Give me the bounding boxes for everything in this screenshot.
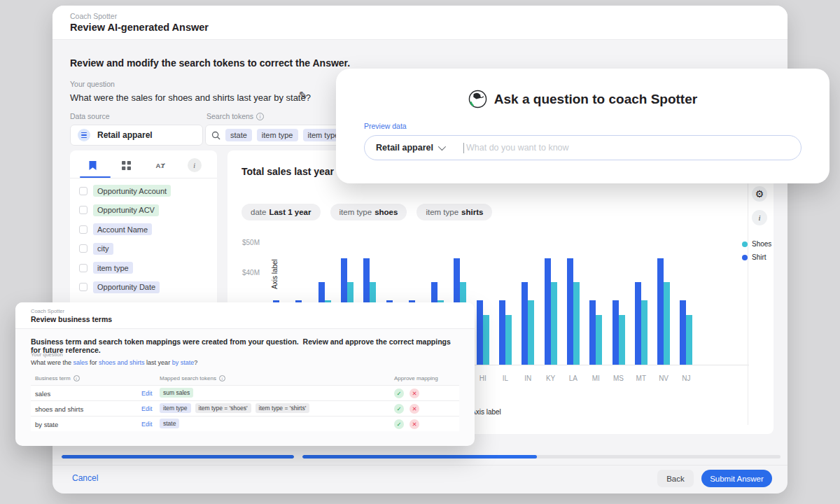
mapped-token-chip[interactable]: item type = 'shoes' bbox=[195, 403, 251, 413]
x-tick-label: MI bbox=[592, 374, 600, 382]
chart-info-button[interactable]: i bbox=[752, 210, 767, 225]
column-chip[interactable]: city bbox=[93, 243, 113, 255]
reject-mapping-button[interactable]: ✕ bbox=[410, 388, 419, 398]
chevron-down-icon bbox=[438, 143, 446, 150]
column-chip[interactable]: Opportunity ACV bbox=[93, 204, 159, 216]
bar-shoes[interactable] bbox=[619, 315, 625, 365]
bar-shoes[interactable] bbox=[528, 300, 534, 365]
approve-mapping-button[interactable]: ✓ bbox=[394, 419, 404, 429]
bar-shirt[interactable] bbox=[680, 300, 686, 365]
column-checkbox[interactable] bbox=[79, 206, 88, 214]
column-checkbox[interactable] bbox=[79, 283, 88, 291]
column-chip[interactable]: Account Name bbox=[93, 223, 152, 235]
bar-shoes[interactable] bbox=[551, 282, 557, 365]
mapped-token-chip[interactable]: item type = 'shirts' bbox=[255, 403, 310, 413]
column-checkbox[interactable] bbox=[79, 244, 88, 253]
bar-shoes[interactable] bbox=[664, 282, 670, 365]
reject-mapping-button[interactable]: ✕ bbox=[410, 404, 419, 414]
tab-bookmarked-columns[interactable] bbox=[80, 157, 104, 174]
progress-fill bbox=[302, 455, 537, 458]
bar-shoes[interactable] bbox=[573, 282, 580, 365]
grid-icon bbox=[122, 161, 131, 170]
your-question-label: Your question bbox=[70, 80, 115, 88]
back-button[interactable]: Back bbox=[657, 470, 694, 487]
mapped-token-chip[interactable]: state bbox=[160, 419, 179, 428]
x-tick-label: IN bbox=[524, 374, 531, 382]
column-checkbox[interactable] bbox=[79, 225, 88, 234]
column-list: Opportunity AccountOpportunity ACVAccoun… bbox=[70, 181, 217, 316]
x-tick-label: NV bbox=[659, 374, 668, 382]
submit-answer-button[interactable]: Submit Answer bbox=[701, 470, 772, 487]
edit-link[interactable]: Edit bbox=[141, 405, 153, 412]
info-icon[interactable]: i bbox=[74, 375, 80, 382]
col-header-business-term: Business termi bbox=[35, 375, 80, 382]
info-icon[interactable]: i bbox=[219, 375, 225, 382]
bar-shirt[interactable] bbox=[567, 258, 573, 365]
window-title: Review AI-generated Answer bbox=[70, 22, 209, 33]
x-tick-label: LA bbox=[569, 374, 578, 382]
business-term-cell: by state bbox=[35, 421, 58, 428]
column-list-item: Opportunity ACV bbox=[70, 201, 217, 220]
search-token[interactable]: item type bbox=[257, 129, 298, 141]
bar-shirt[interactable] bbox=[477, 300, 483, 365]
mapped-tokens-cell: sum sales bbox=[160, 388, 193, 398]
desktop-background: Coach Spotter Review AI-generated Answer… bbox=[0, 0, 840, 504]
bar-shirt[interactable] bbox=[522, 282, 528, 365]
column-checkbox[interactable] bbox=[79, 264, 88, 272]
filter-pill[interactable]: dateLast 1 year bbox=[241, 204, 321, 220]
bar-shirt[interactable] bbox=[635, 282, 641, 365]
data-source-menu-icon bbox=[78, 129, 90, 141]
bar-shirt[interactable] bbox=[545, 258, 551, 365]
section-title: Review and modify the search tokens to c… bbox=[70, 57, 350, 69]
cancel-button[interactable]: Cancel bbox=[72, 473, 98, 483]
preview-data-link[interactable]: Preview data bbox=[364, 122, 407, 130]
approve-mapping-button[interactable]: ✓ bbox=[394, 388, 404, 398]
bar-shoes[interactable] bbox=[686, 315, 692, 365]
tab-sort-az[interactable]: AȾ bbox=[148, 157, 172, 174]
ask-question-input[interactable]: Retail apparel What do you want to know bbox=[364, 135, 802, 160]
tab-all-columns[interactable] bbox=[115, 157, 139, 174]
column-chip[interactable]: Opportunity Date bbox=[93, 281, 160, 293]
search-tokens-info-icon[interactable]: i bbox=[256, 113, 264, 120]
column-checkbox[interactable] bbox=[79, 187, 88, 195]
approve-mapping-button[interactable]: ✓ bbox=[394, 404, 404, 414]
sidebar-tabs: AȾ i bbox=[70, 155, 217, 176]
bar-shirt[interactable] bbox=[589, 300, 596, 365]
bookmark-icon bbox=[88, 160, 97, 171]
source-dropdown[interactable]: Retail apparel bbox=[376, 143, 444, 153]
bar-shoes[interactable] bbox=[483, 315, 489, 365]
column-list-item: item type bbox=[70, 258, 217, 278]
info-icon: i bbox=[188, 158, 202, 172]
filter-pill[interactable]: item typeshoes bbox=[330, 204, 407, 220]
tab-info[interactable]: i bbox=[183, 157, 206, 174]
bar-shoes[interactable] bbox=[641, 300, 648, 365]
mapped-token-chip[interactable]: sum sales bbox=[160, 388, 193, 398]
chart-settings-button[interactable]: ⚙ bbox=[752, 186, 767, 202]
bar-shirt[interactable] bbox=[657, 258, 664, 365]
data-source-selector[interactable]: Retail apparel bbox=[70, 125, 203, 146]
column-list-item: Account Name bbox=[70, 220, 217, 239]
table-row: salesEditsum sales✓✕ bbox=[31, 385, 459, 400]
edit-link[interactable]: Edit bbox=[141, 390, 153, 397]
question-text: What were the sales for shoes and shirts… bbox=[70, 92, 311, 103]
reject-mapping-button[interactable]: ✕ bbox=[410, 419, 419, 429]
column-chip[interactable]: item type bbox=[93, 262, 133, 274]
question-plain-text: for bbox=[88, 359, 99, 366]
legend-item[interactable]: Shirt bbox=[742, 253, 771, 261]
bar-shoes[interactable] bbox=[505, 315, 512, 365]
search-token[interactable]: state bbox=[225, 129, 252, 141]
edit-link[interactable]: Edit bbox=[141, 421, 153, 428]
bar-shoes[interactable] bbox=[596, 315, 602, 365]
x-tick-label: IL bbox=[503, 374, 508, 382]
edit-question-icon[interactable]: ✎ bbox=[299, 90, 307, 101]
column-chip[interactable]: Opportunity Account bbox=[93, 185, 171, 197]
terms-question-text: What were the sales for shoes and shirts… bbox=[31, 359, 197, 366]
bar-shirt[interactable] bbox=[499, 300, 505, 365]
legend-item[interactable]: Shoes bbox=[742, 240, 771, 248]
mapped-token-chip[interactable]: item type bbox=[160, 403, 191, 413]
terms-panel-header: Coach Spotter Review business terms bbox=[15, 302, 475, 329]
progress-segment bbox=[302, 455, 780, 458]
x-tick-label: NJ bbox=[682, 374, 690, 382]
filter-pill[interactable]: item typeshirts bbox=[416, 204, 492, 220]
bar-shirt[interactable] bbox=[612, 300, 619, 365]
